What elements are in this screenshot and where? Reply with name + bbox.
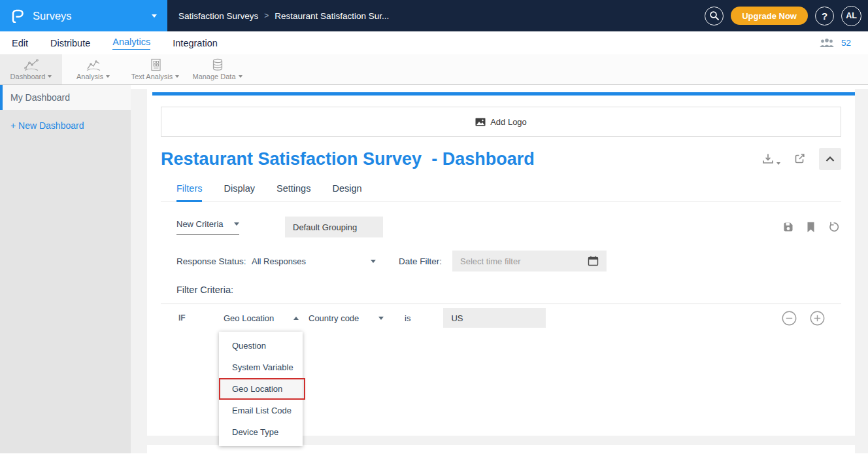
main-content: Add Logo Restaurant Satisfaction Survey … [131,85,868,453]
tab-design[interactable]: Design [332,183,361,201]
if-label: IF [178,313,224,323]
tab-display[interactable]: Display [224,183,255,201]
card-accent-bar [152,92,855,96]
share-icon[interactable] [793,153,806,165]
app-switcher[interactable]: Surveys [0,0,167,31]
response-status-select[interactable]: All Responses [252,256,376,266]
add-logo-box[interactable]: Add Logo [161,107,841,137]
toolbar-dashboard-label: Dashboard [10,73,46,80]
questionpro-logo-icon [10,9,25,23]
toolbar-manage-data[interactable]: Manage Data [186,54,248,84]
save-icon[interactable] [782,221,794,233]
text-analysis-icon [149,58,162,71]
chevron-down-icon [152,14,157,18]
avatar[interactable]: AL [841,6,861,26]
new-dashboard-button[interactable]: + New Dashboard [10,120,131,131]
page-title: Restaurant Satisfaction Survey - Dashboa… [161,149,535,169]
topbar: Surveys Satisfaction Surveys > Restauran… [0,0,868,31]
toolbar-manage-data-label: Manage Data [192,73,235,80]
analysis-chart-icon [86,58,101,71]
breadcrumb-survey[interactable]: Restaurant Satisfaction Sur... [275,11,389,21]
bookmark-icon[interactable] [807,222,815,233]
tab-filters[interactable]: Filters [176,183,202,202]
chevron-down-icon [239,75,242,78]
toolbar-text-analysis[interactable]: Text Analysis [124,54,186,84]
field-type-dropdown: Question System Variable Geo Location Em… [219,332,303,446]
analytics-toolbar: Dashboard Analysis Text Analysis Manage … [0,54,868,85]
dropdown-item-question[interactable]: Question [219,335,303,357]
nav-distribute[interactable]: Distribute [50,38,90,48]
breadcrumb: Satisfaction Surveys > Restaurant Satisf… [178,11,389,21]
search-icon [709,10,720,21]
sidebar-item-my-dashboard[interactable]: My Dashboard [0,85,131,110]
grouping-input[interactable]: Default Grouping [285,217,383,237]
product-name: Surveys [33,10,72,22]
field-type-value: Geo Location [224,313,274,323]
filter-value-input[interactable]: US [443,308,546,328]
date-filter-label: Date Filter: [399,256,452,266]
breadcrumb-folder[interactable]: Satisfaction Surveys [178,11,258,21]
search-button[interactable] [705,7,724,26]
dashboard-tabs: Filters Display Settings Design [161,183,841,202]
chevron-down-icon [234,222,239,226]
chevron-down-icon [378,317,384,320]
toolbar-text-analysis-label: Text Analysis [131,73,173,80]
dropdown-item-device-type[interactable]: Device Type [219,421,303,443]
help-button[interactable]: ? [815,7,834,26]
dashboard-chart-icon [24,58,39,71]
chevron-down-icon [371,260,376,263]
toolbar-analysis[interactable]: Analysis [62,54,124,84]
chevron-down-icon [48,75,52,78]
date-filter-input[interactable]: Select time filter [452,251,607,271]
criteria-select[interactable]: New Criteria [176,219,239,235]
upgrade-button[interactable]: Upgrade Now [731,7,808,25]
field-select[interactable]: Country code [309,313,384,323]
breadcrumb-separator: > [264,11,269,20]
image-icon [475,118,486,126]
criteria-select-value: New Criteria [176,219,224,229]
database-icon [211,58,224,71]
dashboard-card: Add Logo Restaurant Satisfaction Survey … [147,89,855,436]
add-logo-label: Add Logo [490,117,527,127]
nav-analytics[interactable]: Analytics [112,37,150,50]
chevron-down-icon [106,75,110,78]
nav-integration[interactable]: Integration [173,38,218,48]
operator-label: is [405,313,410,323]
response-status-value: All Responses [252,256,306,266]
chevron-up-icon [293,317,299,320]
download-button[interactable] [761,153,780,165]
field-value: Country code [309,313,359,323]
chevron-up-icon [826,156,835,162]
collaborators-icon [819,38,835,48]
survey-nav: Edit Distribute Analytics Integration 52 [0,31,868,54]
field-type-select[interactable]: Geo Location [224,313,299,323]
calendar-icon [588,256,599,266]
dashboard-sidebar: My Dashboard + New Dashboard [0,85,131,453]
remove-condition-icon[interactable] [782,311,797,326]
dropdown-item-email-list-code[interactable]: Email List Code [219,400,303,421]
chevron-down-icon [776,162,780,165]
collaborators-count[interactable]: 52 [841,38,851,48]
dropdown-item-geo-location[interactable]: Geo Location [219,378,303,400]
download-icon [761,153,775,165]
toolbar-dashboard[interactable]: Dashboard [0,54,62,84]
tab-settings[interactable]: Settings [276,183,310,201]
nav-edit[interactable]: Edit [12,38,28,48]
divider [161,304,841,304]
toolbar-analysis-label: Analysis [76,73,103,80]
dropdown-item-system-variable[interactable]: System Variable [219,357,303,378]
add-condition-icon[interactable] [810,311,825,326]
date-filter-placeholder: Select time filter [460,256,520,266]
reset-icon[interactable] [827,221,839,233]
chevron-down-icon [175,75,179,78]
filter-condition-row: IF Geo Location Country code is US [161,308,841,328]
response-status-label: Response Status: [176,256,252,266]
filter-criteria-label: Filter Criteria: [161,285,841,295]
collapse-button[interactable] [819,148,841,170]
